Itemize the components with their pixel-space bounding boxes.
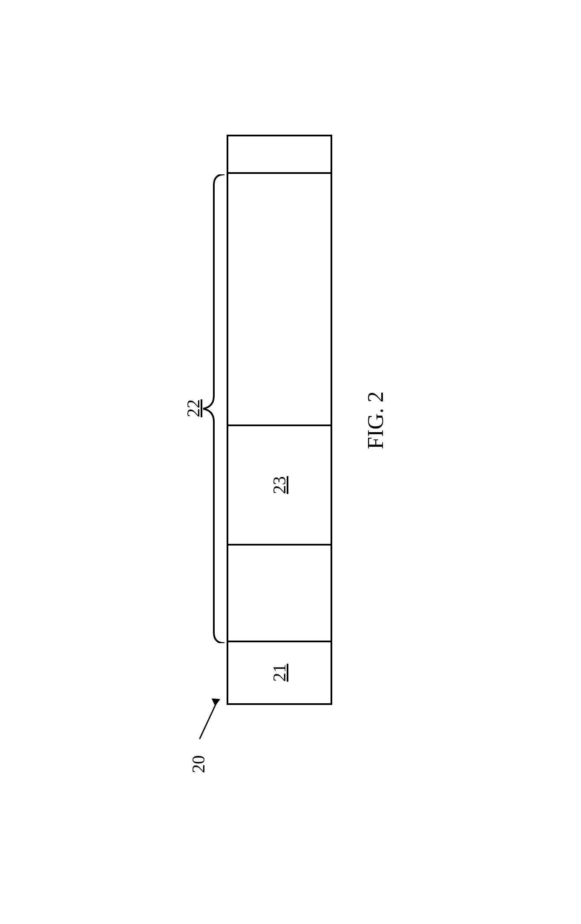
brace-bracket <box>201 174 224 643</box>
brace-label: 22 <box>183 399 204 417</box>
pointer-label: 20 <box>188 755 209 773</box>
segment-blank-1 <box>228 544 331 640</box>
figure-caption: FIG. 2 <box>363 391 388 449</box>
segment-blank-3 <box>228 136 331 172</box>
pointer-arrow-head <box>212 695 222 706</box>
segment-23: 23 <box>228 424 331 544</box>
diagram-figure: 20 22 21 23 FIG. 2 <box>184 100 397 824</box>
segment-21: 21 <box>228 641 331 703</box>
segment-blank-2 <box>228 172 331 424</box>
pointer-arrow-line <box>199 704 216 739</box>
main-structure-box: 21 23 <box>227 135 332 705</box>
